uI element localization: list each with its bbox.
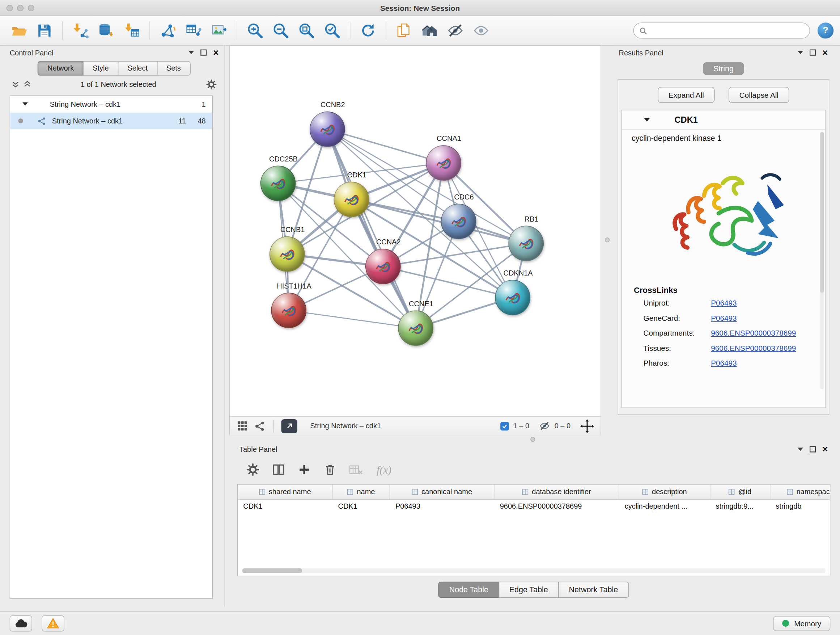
table-hscrollbar[interactable] <box>242 568 826 573</box>
tab-edge-table[interactable]: Edge Table <box>499 582 559 598</box>
minimize-window-button[interactable] <box>17 5 24 11</box>
chevron-down-icon[interactable] <box>188 50 195 55</box>
network-edge[interactable] <box>351 200 526 243</box>
float-panel-icon[interactable] <box>810 446 816 453</box>
table-gear-icon[interactable] <box>246 463 260 477</box>
tab-style[interactable]: Style <box>83 61 118 76</box>
zoom-window-button[interactable] <box>28 5 34 11</box>
network-node-CDK1[interactable] <box>334 182 369 217</box>
collapse-all-icon[interactable] <box>12 80 19 88</box>
network-edge[interactable] <box>327 129 444 163</box>
scrollbar-thumb[interactable] <box>242 568 302 573</box>
network-node-CDC25B[interactable] <box>261 166 296 201</box>
network-node-CCNB2[interactable] <box>309 111 345 147</box>
column-header-description[interactable]: description <box>619 485 711 499</box>
tab-network-table[interactable]: Network Table <box>558 582 629 598</box>
network-node-RB1[interactable] <box>508 226 544 261</box>
selected-checkbox-icon[interactable] <box>500 422 509 431</box>
help-button[interactable]: ? <box>818 22 834 38</box>
import-table-file-button[interactable] <box>119 19 144 42</box>
network-node-CCNE1[interactable] <box>398 310 433 346</box>
column-header-canonical-name[interactable]: canonical name <box>390 485 494 499</box>
tree-expand-icon[interactable] <box>22 102 28 106</box>
close-panel-icon[interactable]: ✕ <box>822 49 828 57</box>
close-panel-icon[interactable]: ✕ <box>822 446 828 453</box>
crosslink-link[interactable]: 9606.ENSP00000378699 <box>711 344 796 352</box>
column-header-shared-name[interactable]: shared name <box>238 485 333 499</box>
section-collapse-icon[interactable] <box>644 117 651 123</box>
cloud-status-button[interactable] <box>10 615 32 631</box>
open-session-button[interactable] <box>6 19 31 42</box>
save-session-button[interactable] <box>32 19 57 42</box>
gear-icon[interactable] <box>206 79 217 90</box>
birds-eye-grid-icon[interactable] <box>236 420 248 432</box>
column-header-database-identifier[interactable]: database identifier <box>494 485 619 499</box>
expand-all-icon[interactable] <box>24 80 31 88</box>
tab-select[interactable]: Select <box>118 61 157 76</box>
zoom-in-button[interactable] <box>243 19 267 42</box>
search-input[interactable] <box>651 27 804 35</box>
close-window-button[interactable] <box>6 5 13 11</box>
crosslink-link[interactable]: 9606.ENSP00000378699 <box>711 329 796 337</box>
show-home-button[interactable] <box>417 19 442 42</box>
scrollbar-thumb[interactable] <box>820 132 824 293</box>
network-node-CCNA1[interactable] <box>426 145 461 181</box>
network-canvas[interactable]: CCNB2CCNA1CDC25BCDK1CDC6RB1CCNB1CCNA2CDK… <box>230 46 600 416</box>
vertical-splitter[interactable] <box>601 46 614 435</box>
tab-sets[interactable]: Sets <box>156 61 190 76</box>
network-selection-status: 1 of 1 Network selected <box>35 80 202 88</box>
show-columns-icon[interactable] <box>272 463 286 477</box>
table-row[interactable]: CDK1CDK1P064939606.ENSP00000378699cyclin… <box>238 500 830 514</box>
network-collection-row[interactable]: String Network – cdk1 1 <box>10 96 212 112</box>
horizontal-splitter[interactable] <box>229 435 834 442</box>
export-image-button[interactable] <box>207 19 232 42</box>
hide-selected-button[interactable] <box>443 19 468 42</box>
float-panel-icon[interactable] <box>810 49 816 56</box>
float-panel-icon[interactable] <box>201 49 207 56</box>
splitter-handle[interactable] <box>605 238 609 242</box>
network-overview-icon[interactable] <box>254 420 266 432</box>
hidden-eye-slash-icon[interactable] <box>539 420 550 432</box>
tab-node-table[interactable]: Node Table <box>439 582 499 598</box>
collapse-all-button[interactable]: Collapse All <box>729 87 789 103</box>
network-node-CCNB1[interactable] <box>270 236 305 272</box>
results-scrollbar[interactable] <box>820 132 824 389</box>
close-panel-icon[interactable]: ✕ <box>213 49 219 57</box>
crosslink-link[interactable]: P06493 <box>711 299 737 307</box>
expand-all-button[interactable]: Expand All <box>658 87 714 103</box>
apply-layout-button[interactable] <box>355 19 380 42</box>
chevron-down-icon[interactable] <box>797 50 804 55</box>
crosslink-link[interactable]: P06493 <box>711 314 737 322</box>
column-header--id[interactable]: @id <box>711 485 771 499</box>
network-node-CDKN1A[interactable] <box>495 280 531 315</box>
warnings-button[interactable] <box>42 615 65 631</box>
import-network-file-button[interactable] <box>68 19 93 42</box>
chevron-down-icon[interactable] <box>797 447 804 451</box>
network-edge[interactable] <box>327 129 416 328</box>
pan-crosshair-icon[interactable] <box>580 419 594 433</box>
tab-network[interactable]: Network <box>38 61 84 76</box>
network-node-CDC6[interactable] <box>441 204 477 239</box>
export-view-button[interactable] <box>281 419 297 433</box>
crosslink-link[interactable]: P06493 <box>711 359 737 367</box>
new-network-from-table-button[interactable] <box>181 19 206 42</box>
zoom-out-button[interactable] <box>268 19 293 42</box>
zoom-selected-button[interactable] <box>320 19 344 42</box>
new-network-button[interactable] <box>155 19 180 42</box>
show-all-button[interactable] <box>469 19 493 42</box>
column-header-name[interactable]: name <box>333 485 390 499</box>
import-network-database-button[interactable] <box>94 19 118 42</box>
network-node-CCNA2[interactable] <box>365 249 401 284</box>
network-node-HIST1H1A[interactable] <box>271 293 306 328</box>
delete-column-icon[interactable] <box>323 463 337 477</box>
memory-button[interactable]: Memory <box>774 616 831 631</box>
add-column-icon[interactable] <box>297 463 311 477</box>
splitter-handle[interactable] <box>531 437 535 442</box>
zoom-fit-button[interactable] <box>294 19 319 42</box>
network-edge[interactable] <box>289 310 416 328</box>
network-row-selected[interactable]: String Network – cdk1 11 48 <box>10 112 212 129</box>
gene-section-header[interactable]: CDK1 <box>622 111 825 130</box>
copy-button[interactable] <box>392 19 416 42</box>
tab-string[interactable]: String <box>703 62 744 75</box>
column-header-namespace[interactable]: namespace <box>771 485 831 499</box>
